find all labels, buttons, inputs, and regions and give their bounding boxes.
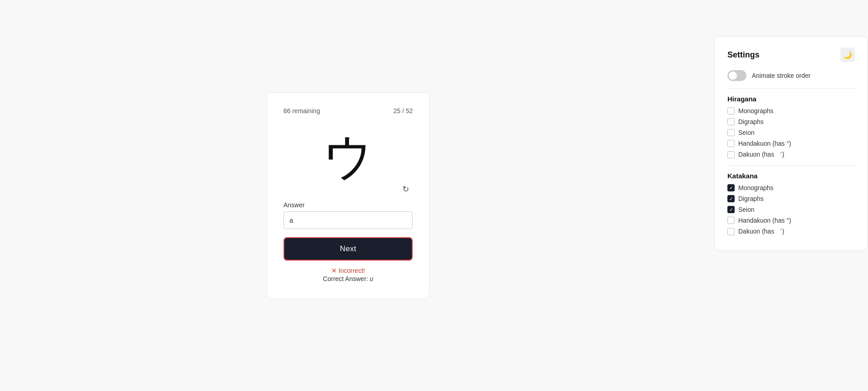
katakana-handakuon-label: Handakuon (has °) (738, 217, 791, 224)
animate-stroke-label: Animate stroke order (752, 72, 811, 79)
correct-answer-line: Correct Answer: u (283, 275, 413, 282)
katakana-digraphs-checkbox[interactable] (727, 195, 735, 202)
incorrect-text: Incorrect! (339, 267, 365, 274)
katakana-handakuon-row: Handakuon (has °) (727, 217, 855, 224)
hiragana-seion-checkbox[interactable] (727, 129, 735, 136)
hiragana-seion-row: Seion (727, 129, 855, 136)
animate-stroke-toggle[interactable] (727, 70, 746, 81)
quiz-card: 66 remaining 25 / 52 ウ ↻ Answer Next ✕ I… (267, 92, 429, 299)
divider-2 (727, 165, 855, 166)
correct-answer-value: u (370, 275, 373, 282)
katakana-seion-label: Seion (738, 206, 755, 213)
katakana-dakuon-label: Dakuon (has ゛) (738, 228, 784, 236)
katakana-digraphs-label: Digraphs (738, 195, 764, 202)
answer-input[interactable] (283, 211, 413, 229)
hiragana-handakuon-label: Handakuon (has °) (738, 140, 791, 147)
hiragana-dakuon-label: Dakuon (has ゛) (738, 151, 784, 159)
divider-1 (727, 88, 855, 89)
hiragana-monographs-label: Monographs (738, 107, 774, 114)
hiragana-digraphs-checkbox[interactable] (727, 118, 735, 125)
x-icon: ✕ (331, 267, 337, 274)
hiragana-monographs-row: Monographs (727, 107, 855, 114)
character-display: ウ (323, 132, 374, 182)
settings-panel: Settings 🌙 Animate stroke order Hiragana… (714, 36, 868, 251)
incorrect-line: ✕ Incorrect! (283, 267, 413, 274)
hiragana-monographs-checkbox[interactable] (727, 107, 735, 114)
katakana-monographs-checkbox[interactable] (727, 184, 735, 191)
hiragana-handakuon-checkbox[interactable] (727, 140, 735, 147)
katakana-dakuon-checkbox[interactable] (727, 228, 735, 235)
replay-icon[interactable]: ↻ (402, 184, 409, 194)
animate-stroke-toggle-row: Animate stroke order (727, 70, 855, 81)
settings-title: Settings (727, 50, 760, 60)
correct-answer-prefix: Correct Answer: (323, 275, 369, 282)
hiragana-section-title: Hiragana (727, 95, 855, 103)
katakana-seion-checkbox[interactable] (727, 206, 735, 213)
katakana-seion-row: Seion (727, 206, 855, 213)
hiragana-digraphs-label: Digraphs (738, 118, 764, 125)
toggle-knob (729, 72, 737, 80)
katakana-dakuon-row: Dakuon (has ゛) (727, 228, 855, 236)
katakana-monographs-row: Monographs (727, 184, 855, 191)
katakana-section-title: Katakana (727, 172, 855, 180)
quiz-header: 66 remaining 25 / 52 (283, 107, 413, 114)
settings-header: Settings 🌙 (727, 48, 855, 62)
hiragana-digraphs-row: Digraphs (727, 118, 855, 125)
remaining-text: 66 remaining (283, 107, 320, 114)
feedback-area: ✕ Incorrect! Correct Answer: u (283, 267, 413, 282)
dark-mode-button[interactable]: 🌙 (840, 48, 855, 62)
answer-label: Answer (283, 201, 413, 209)
hiragana-seion-label: Seion (738, 129, 755, 136)
progress-text: 25 / 52 (393, 107, 413, 114)
character-area: ウ ↻ (283, 122, 413, 194)
moon-icon: 🌙 (843, 51, 852, 59)
katakana-digraphs-row: Digraphs (727, 195, 855, 202)
hiragana-dakuon-checkbox[interactable] (727, 151, 735, 158)
next-button[interactable]: Next (283, 237, 413, 261)
hiragana-handakuon-row: Handakuon (has °) (727, 140, 855, 147)
hiragana-dakuon-row: Dakuon (has ゛) (727, 151, 855, 159)
katakana-monographs-label: Monographs (738, 184, 774, 191)
main-area: 66 remaining 25 / 52 ウ ↻ Answer Next ✕ I… (0, 92, 696, 299)
katakana-handakuon-checkbox[interactable] (727, 217, 735, 224)
